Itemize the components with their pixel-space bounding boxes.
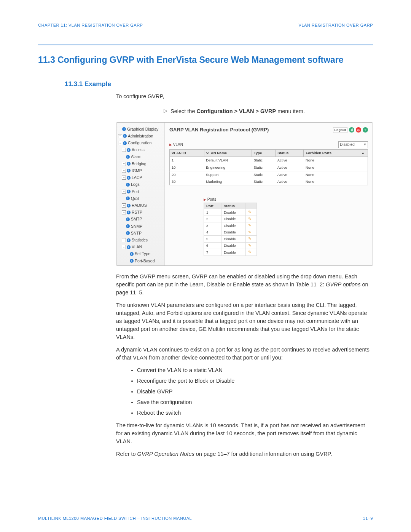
tree-node[interactable]: iAlarm bbox=[118, 153, 163, 160]
para-4: The time-to-live for dynamic VLANs is 10… bbox=[116, 422, 373, 446]
help-icon[interactable]: ? bbox=[363, 127, 368, 133]
expander-icon[interactable]: ▶ bbox=[169, 143, 172, 147]
ports-table: PortStatus1Disable✎2Disable✎3Disable✎4Di… bbox=[204, 203, 257, 256]
ports-label: Ports bbox=[207, 197, 216, 201]
tree-node[interactable]: +iLACP bbox=[118, 174, 163, 181]
stop-icon[interactable]: ⦸ bbox=[356, 127, 361, 133]
header-left: CHAPTER 11: VLAN REGISTRATION OVER GARP bbox=[38, 23, 143, 27]
tree-node[interactable]: iSNTP bbox=[118, 230, 163, 236]
section-title: 11.3 Configuring GVRP with EnerVista Sec… bbox=[38, 55, 373, 65]
vlan-table: VLAN IDVLAN NameTypeStatusForbiden Ports… bbox=[169, 149, 368, 185]
table-row[interactable]: 10EngineeringStaticActiveNone bbox=[170, 164, 368, 171]
tree-node[interactable]: +iIGMP bbox=[118, 167, 163, 174]
logout-button[interactable]: Logout bbox=[333, 127, 348, 133]
tree-node[interactable]: +iAdministration bbox=[118, 133, 163, 139]
tree-node[interactable]: -iTag-Based bbox=[118, 264, 163, 265]
tree-node[interactable]: -iConfiguration bbox=[118, 139, 163, 146]
list-item: Disable GVRP bbox=[137, 388, 373, 396]
table-row[interactable]: 2Disable✎ bbox=[204, 216, 257, 222]
footer-right: 11–9 bbox=[363, 516, 373, 521]
footer-left: MULTILINK ML1200 MANAGED FIELD SWITCH – … bbox=[38, 516, 192, 521]
tree-node[interactable]: +iPort bbox=[118, 188, 163, 195]
tree-node[interactable]: iGraphical Display bbox=[118, 126, 163, 133]
bullet-list: Convert the VLAN to a static VLAN Reconf… bbox=[137, 366, 373, 417]
para-1: From the GVRP menu screen, GVRP can be e… bbox=[116, 273, 373, 297]
list-item: Reboot the switch bbox=[137, 409, 373, 417]
list-item: Reconfigure the port to Block or Disable bbox=[137, 377, 373, 385]
list-item: Save the configuration bbox=[137, 398, 373, 406]
tree-node[interactable]: +iRSTP bbox=[118, 209, 163, 216]
gvrp-state-dropdown[interactable]: Disabled ▼ bbox=[338, 141, 368, 149]
pane-title: GARP VLAN Registration Protocol (GVRP) bbox=[169, 126, 269, 134]
table-row[interactable]: 20SupportStaticActiveNone bbox=[170, 171, 368, 178]
edit-icon[interactable]: ✎ bbox=[248, 250, 251, 254]
tree-node[interactable]: iSMTP bbox=[118, 216, 163, 223]
list-item: Convert the VLAN to a static VLAN bbox=[137, 366, 373, 374]
tree-node[interactable]: iLogs bbox=[118, 181, 163, 188]
main-pane: GARP VLAN Registration Protocol (GVRP) L… bbox=[165, 123, 373, 265]
tree-node[interactable]: +iStatistics bbox=[118, 237, 163, 244]
edit-icon[interactable]: ✎ bbox=[248, 210, 251, 214]
dropdown-value: Disabled bbox=[340, 142, 355, 148]
tree-node[interactable]: iPort-Based bbox=[118, 257, 163, 264]
tree-node[interactable]: iSNMP bbox=[118, 223, 163, 230]
tree-node[interactable]: +iBridging bbox=[118, 160, 163, 167]
triangle-icon: ▷ bbox=[164, 107, 167, 115]
table-row[interactable]: 30MarketingStaticActiveNone bbox=[170, 178, 368, 185]
vlan-label: VLAN bbox=[173, 142, 183, 147]
tree-node[interactable]: +iRADIUS bbox=[118, 202, 163, 209]
step-1: ▷ Select the Configuration > VLAN > GVRP… bbox=[116, 107, 373, 115]
table-row[interactable]: 5Disable✎ bbox=[204, 236, 257, 243]
nav-tree: iGraphical Display+iAdministration-iConf… bbox=[116, 123, 165, 265]
header-right: VLAN REGISTRATION OVER GARP bbox=[299, 23, 373, 27]
tree-node[interactable]: iQoS bbox=[118, 195, 163, 202]
app-screenshot: iGraphical Display+iAdministration-iConf… bbox=[116, 122, 373, 266]
tree-node[interactable]: +iAccess bbox=[118, 147, 163, 153]
edit-icon[interactable]: ✎ bbox=[248, 243, 251, 248]
edit-icon[interactable]: ✎ bbox=[248, 236, 251, 241]
edit-icon[interactable]: ✎ bbox=[248, 223, 251, 227]
table-row[interactable]: 7Disable✎ bbox=[204, 249, 257, 256]
table-row[interactable]: 1Disable✎ bbox=[204, 209, 257, 216]
para-2: The unknown VLAN parameters are configur… bbox=[116, 301, 373, 341]
para-5: Refer to GVRP Operation Notes on page 11… bbox=[116, 450, 373, 458]
table-row[interactable]: 3Disable✎ bbox=[204, 222, 257, 229]
expander-icon[interactable]: ▶ bbox=[204, 198, 206, 201]
table-row[interactable]: 1Default VLANStaticActiveNone bbox=[170, 157, 368, 164]
printer-icon[interactable]: ⎙ bbox=[349, 127, 354, 133]
step-text-bold: Configuration > VLAN > GVRP bbox=[197, 108, 276, 114]
edit-icon[interactable]: ✎ bbox=[248, 217, 251, 221]
subsection-title: 11.3.1 Example bbox=[65, 80, 373, 88]
intro-line: To configure GVRP, bbox=[116, 93, 373, 101]
para-3: A dynamic VLAN continues to exist on a p… bbox=[116, 346, 373, 362]
table-row[interactable]: 4Disable✎ bbox=[204, 229, 257, 236]
tree-node[interactable]: iSet Type bbox=[118, 251, 163, 257]
step-text-suffix: menu item. bbox=[276, 108, 305, 114]
section-rule bbox=[38, 45, 373, 45]
table-row[interactable]: 6Disable✎ bbox=[204, 242, 257, 249]
chevron-down-icon: ▼ bbox=[363, 142, 366, 147]
edit-icon[interactable]: ✎ bbox=[248, 230, 251, 234]
step-text-prefix: Select the bbox=[170, 108, 197, 114]
tree-node[interactable]: -iVLAN bbox=[118, 244, 163, 251]
